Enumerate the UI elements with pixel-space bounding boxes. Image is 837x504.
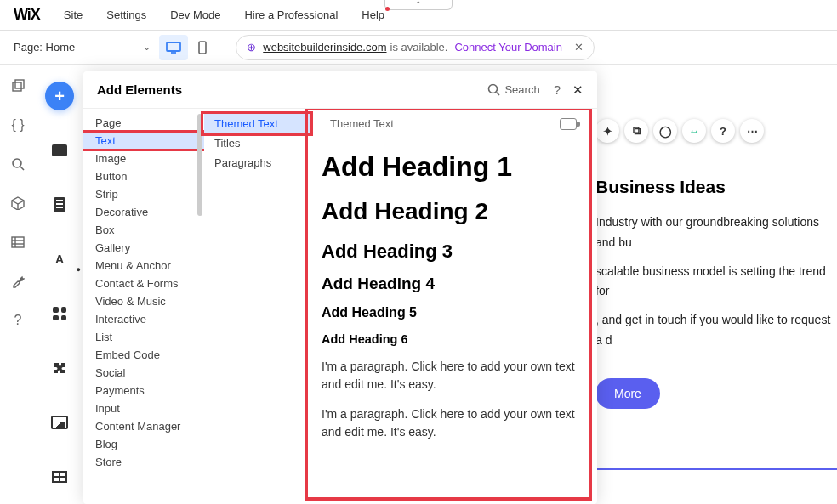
- editor-canvas: ✦ ⧉ ◯ ↔ ? ⋯ Business Ideas Industry with…: [595, 119, 837, 470]
- connect-domain-link[interactable]: Connect Your Domain: [454, 41, 561, 54]
- add-button[interactable]: +: [45, 82, 74, 110]
- svg-rect-2: [199, 42, 206, 54]
- paragraph-option-1[interactable]: I'm a paragraph. Click here to add your …: [322, 358, 585, 394]
- database-icon[interactable]: [10, 235, 26, 250]
- search-icon[interactable]: [10, 156, 26, 172]
- heading-6-option[interactable]: Add Heading 6: [322, 332, 585, 346]
- svg-rect-3: [13, 82, 21, 91]
- menu-devmode[interactable]: Dev Mode: [170, 8, 220, 21]
- cat-video[interactable]: Video & Music: [83, 292, 204, 310]
- cat-social[interactable]: Social: [83, 364, 204, 382]
- cat-image[interactable]: Image: [83, 150, 204, 167]
- panel-search[interactable]: Search: [487, 83, 539, 96]
- heading-5-option[interactable]: Add Heading 5: [322, 305, 585, 320]
- menu-help[interactable]: Help: [362, 8, 384, 21]
- cat-strip[interactable]: Strip: [83, 185, 204, 203]
- cat-embed[interactable]: Embed Code: [83, 346, 204, 364]
- domain-banner: ⊕ websitebuilderinside.com is available.…: [236, 35, 595, 60]
- canvas-btn-help[interactable]: ?: [711, 119, 735, 143]
- more-button[interactable]: More: [595, 378, 660, 409]
- svg-point-5: [13, 159, 21, 167]
- cat-list[interactable]: List: [83, 328, 204, 346]
- canvas-divider: [595, 468, 837, 470]
- video-icon[interactable]: [560, 118, 577, 130]
- cube-icon[interactable]: [10, 195, 26, 211]
- cat-gallery[interactable]: Gallery: [83, 239, 204, 257]
- chevron-down-icon: ⌄: [143, 42, 151, 53]
- menu-settings[interactable]: Settings: [106, 8, 146, 21]
- puzzle-tool[interactable]: [45, 354, 74, 382]
- page-toolbar: Page: Home ⌄ ⊕ websitebuilderinside.com …: [0, 31, 837, 65]
- canvas-btn-stretch[interactable]: ↔: [682, 119, 706, 143]
- section-tool[interactable]: [45, 136, 74, 165]
- cat-input[interactable]: Input: [83, 399, 204, 417]
- close-banner-button[interactable]: ✕: [574, 41, 584, 54]
- cat-text[interactable]: Text: [83, 132, 204, 150]
- heading-3-option[interactable]: Add Heading 3: [322, 241, 585, 263]
- canvas-btn-layout[interactable]: ⧉: [624, 119, 648, 143]
- floating-toolbar: ✦ ⧉ ◯ ↔ ? ⋯: [595, 119, 837, 143]
- category-scrollbar[interactable]: [197, 114, 202, 216]
- question-icon[interactable]: ?: [10, 313, 26, 328]
- sub-titles[interactable]: Titles: [204, 133, 310, 153]
- cat-contact[interactable]: Contact & Forms: [83, 275, 204, 292]
- cat-store[interactable]: Store: [83, 453, 204, 471]
- cat-content-manager[interactable]: Content Manager: [83, 417, 204, 435]
- heading-4-option[interactable]: Add Heading 4: [322, 275, 585, 293]
- svg-line-6: [20, 167, 24, 170]
- cat-blog[interactable]: Blog: [83, 435, 204, 453]
- canvas-btn-more[interactable]: ⋯: [740, 119, 764, 143]
- sub-themed-text[interactable]: Themed Text: [204, 114, 310, 133]
- cat-menu[interactable]: Menu & Anchor: [83, 257, 204, 275]
- canvas-heading[interactable]: Business Ideas: [595, 177, 837, 197]
- search-label: Search: [504, 83, 539, 96]
- sub-paragraphs[interactable]: Paragraphs: [204, 153, 310, 173]
- cat-decorative[interactable]: Decorative: [83, 203, 204, 221]
- add-panel-header: Add Elements Search ? ✕: [83, 71, 597, 109]
- canvas-btn-circle[interactable]: ◯: [653, 119, 677, 143]
- preview-pane: Themed Text Add Heading 1 Add Heading 2 …: [310, 109, 597, 504]
- domain-name[interactable]: websitebuilderinside.com: [263, 41, 386, 54]
- paragraph-option-2[interactable]: I'm a paragraph. Click here to add your …: [322, 405, 585, 441]
- canvas-btn-sparkle[interactable]: ✦: [595, 119, 619, 143]
- page-tool[interactable]: [45, 190, 74, 219]
- svg-line-8: [12, 201, 18, 204]
- canvas-para-3[interactable]: , and get in touch if you would like to …: [595, 310, 837, 351]
- layers-icon[interactable]: [10, 78, 26, 93]
- menu-hire[interactable]: Hire a Professional: [244, 8, 338, 21]
- page-label: Page: Home: [14, 41, 75, 54]
- panel-help-button[interactable]: ?: [554, 82, 561, 97]
- image-tool[interactable]: [45, 408, 74, 437]
- category-list: Page Text Image Button Strip Decorative …: [83, 109, 204, 504]
- domain-available-text: is available.: [390, 41, 448, 54]
- wrench-icon[interactable]: [10, 274, 26, 289]
- desktop-view-button[interactable]: [159, 35, 188, 60]
- svg-line-9: [18, 201, 24, 204]
- apps-tool[interactable]: [45, 299, 74, 328]
- globe-icon: ⊕: [247, 41, 256, 54]
- panel-close-button[interactable]: ✕: [572, 82, 584, 98]
- canvas-para-2[interactable]: scalable business model is setting the t…: [595, 262, 837, 303]
- top-collapse-tab[interactable]: ⌃: [384, 0, 453, 10]
- braces-icon[interactable]: { }: [10, 117, 26, 133]
- wix-logo[interactable]: WiX: [14, 6, 40, 24]
- device-toggle: [159, 35, 217, 60]
- heading-1-option[interactable]: Add Heading 1: [322, 151, 585, 183]
- svg-rect-0: [167, 42, 180, 51]
- cat-page[interactable]: Page: [83, 114, 204, 132]
- font-tool[interactable]: A●: [45, 245, 74, 274]
- svg-rect-11: [12, 237, 24, 247]
- mobile-view-button[interactable]: [188, 35, 217, 60]
- table-tool[interactable]: [45, 462, 74, 491]
- cat-box[interactable]: Box: [83, 221, 204, 239]
- editor-tool-rail: + A●: [36, 65, 83, 504]
- page-dropdown[interactable]: Page: Home ⌄: [14, 41, 151, 54]
- canvas-para-1[interactable]: Industry with our groundbreaking solutio…: [595, 212, 837, 253]
- heading-2-option[interactable]: Add Heading 2: [322, 198, 585, 225]
- preview-header: Themed Text: [318, 109, 589, 139]
- cat-payments[interactable]: Payments: [83, 382, 204, 399]
- menu-site[interactable]: Site: [64, 8, 83, 21]
- svg-rect-4: [15, 80, 24, 88]
- cat-interactive[interactable]: Interactive: [83, 310, 204, 328]
- cat-button[interactable]: Button: [83, 167, 204, 185]
